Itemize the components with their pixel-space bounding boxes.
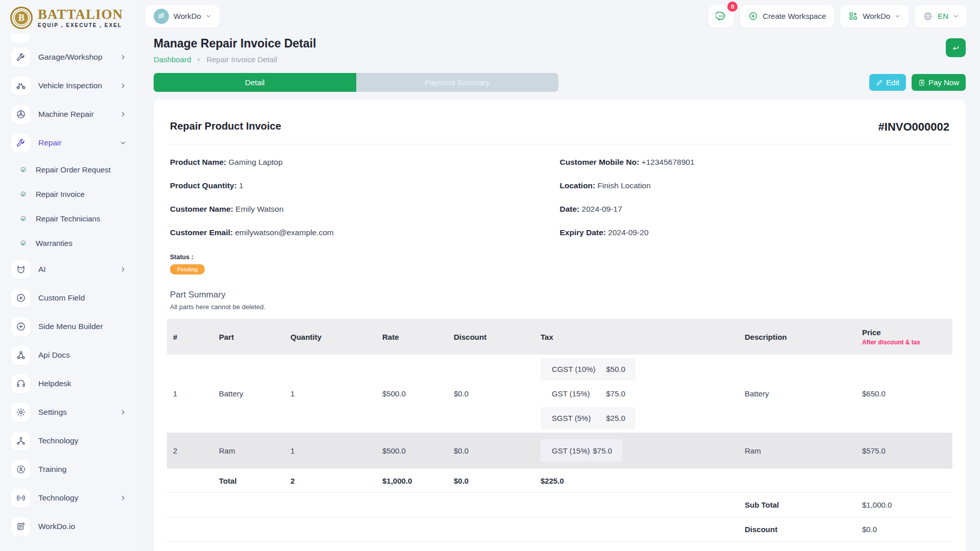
field-customer-email: Customer Email: emilywatson@example.com <box>170 228 560 237</box>
field-product-name: Product Name: Gaming Laptop <box>170 158 560 167</box>
breadcrumb: Dashboard Repair Invoice Detail <box>154 55 316 64</box>
headset-icon <box>11 374 30 393</box>
sidebar-item-side-menu-builder[interactable]: Side Menu Builder <box>0 312 139 341</box>
sidebar-item-label: Repair <box>38 138 120 147</box>
table-header-row: # Part Quantity Rate Discount Tax Descri… <box>167 319 952 355</box>
sidebar-item-technology[interactable]: Technology <box>0 427 139 455</box>
chevron-right-icon <box>120 83 126 89</box>
sidebar-item-helpdesk[interactable]: Helpdesk <box>0 369 139 398</box>
invoice-card-title: Repair Product Invoice <box>170 120 281 132</box>
chevron-down-icon <box>895 13 900 19</box>
tab-payment-summary[interactable]: Payment Summary <box>356 73 559 92</box>
messenger-badge: 0 <box>727 2 738 12</box>
chat-bubble-icon <box>716 11 727 22</box>
sidebar-item-repair-technicians[interactable]: Repair Technicians <box>0 206 139 231</box>
sidebar-item-repair-order-request[interactable]: Repair Order Request <box>0 157 139 182</box>
wrench-icon <box>11 134 30 153</box>
table-row: 2 Ram 1 $500.0 $0.0 GST (15%)$75.0 Ram $… <box>167 433 952 468</box>
branch-icon <box>11 432 30 450</box>
field-expiry-date: Expiry Date: 2024-09-20 <box>560 228 950 237</box>
motorcycle-icon <box>11 77 30 95</box>
sidebar-item-warranties[interactable]: Warranties <box>0 231 139 255</box>
workspace-selector[interactable]: WorkDo <box>145 5 219 28</box>
sidebar-item-repair[interactable]: Repair <box>0 129 139 157</box>
breadcrumb-dashboard-link[interactable]: Dashboard <box>154 55 191 64</box>
language-selector[interactable]: EN <box>915 5 967 28</box>
sidebar-item-custom-field[interactable]: Custom Field <box>0 284 139 312</box>
col-description: Description <box>739 333 856 341</box>
topbar: WorkDo 0 Create Workspace WorkDo EN <box>139 0 980 30</box>
scan-user-icon <box>11 460 30 479</box>
sidebar-item-label: Garage/Workshop <box>38 53 120 62</box>
invoice-card: Repair Product Invoice #INVO000002 Produ… <box>154 100 966 551</box>
sidebar-item-label: WorkDo.io <box>38 522 139 531</box>
create-workspace-button[interactable]: Create Workspace <box>740 5 834 28</box>
wrench-icon <box>11 48 30 67</box>
pencil-icon <box>876 79 883 86</box>
field-customer-mobile: Customer Mobile No: +12345678901 <box>560 158 950 167</box>
sidebar-item-technology-2[interactable]: Technology <box>0 484 139 512</box>
status-badge: Pending <box>170 264 205 274</box>
pay-now-button[interactable]: Pay Now <box>912 74 966 91</box>
page-title: Manage Repair Invoice Detail <box>154 37 316 51</box>
bullet-circle-icon <box>19 166 27 173</box>
edit-button[interactable]: Edit <box>869 74 906 91</box>
discount-row: Discount $0.0 <box>167 517 952 541</box>
create-workspace-label: Create Workspace <box>763 12 826 20</box>
invoice-dollar-icon <box>918 79 925 86</box>
brand-emblem-icon: B <box>10 7 33 29</box>
messenger-button[interactable]: 0 <box>708 5 734 28</box>
sidebar-item-machine-repair[interactable]: Machine Repair <box>0 100 139 129</box>
sidebar-item-label: Warranties <box>36 239 139 247</box>
return-arrow-icon <box>951 43 960 52</box>
building-icon <box>154 9 169 24</box>
sidebar-item-label: Settings <box>38 408 120 417</box>
part-summary-title: Part Summary <box>167 274 952 300</box>
invoice-number: #INVO000002 <box>878 120 949 134</box>
bullet-circle-icon <box>19 215 27 222</box>
plus-circle-icon <box>748 11 758 21</box>
invoice-fields: Product Name: Gaming Laptop Product Quan… <box>167 144 952 240</box>
brand-logo[interactable]: B BATTALION EQUIP , EXECUTE , EXEL <box>0 0 139 34</box>
language-label: EN <box>938 12 948 20</box>
sidebar-nav: Garage/Workshop Vehicle Inspection Machi… <box>0 43 139 541</box>
chevron-right-icon <box>120 495 126 501</box>
sidebar: B BATTALION EQUIP , EXECUTE , EXEL Garag… <box>0 0 139 551</box>
col-number: # <box>167 333 213 341</box>
table-row: 1 Battery 1 $500.0 $0.0 CGST (10%)$50.0 … <box>167 355 952 433</box>
edit-button-label: Edit <box>886 78 899 87</box>
api-nodes-icon <box>11 346 30 365</box>
tax-breakdown: CGST (10%)$50.0 GST (15%)$75.0 SGST (5%)… <box>541 358 739 430</box>
sidebar-item-workdo-io[interactable]: WorkDo.io <box>0 512 139 541</box>
breadcrumb-current: Repair Invoice Detail <box>206 55 277 64</box>
sidebar-item-training[interactable]: Training <box>0 455 139 484</box>
ai-cat-icon <box>11 260 30 279</box>
document-icon <box>11 517 30 536</box>
sidebar-item-garage-workshop[interactable]: Garage/Workshop <box>0 43 139 71</box>
sidebar-item-vehicle-inspection[interactable]: Vehicle Inspection <box>0 71 139 100</box>
tab-detail[interactable]: Detail <box>154 73 356 92</box>
sidebar-item-label: Helpdesk <box>38 379 139 388</box>
sidebar-item-settings[interactable]: Settings <box>0 398 139 427</box>
sidebar-item-label: Repair Technicians <box>36 214 139 223</box>
gear-icon <box>11 403 30 422</box>
workspace-menu[interactable]: WorkDo <box>840 5 909 28</box>
sidebar-item-label: Side Menu Builder <box>38 322 139 331</box>
tax-breakdown: GST (15%)$75.0 <box>541 439 622 462</box>
back-button[interactable] <box>946 38 966 57</box>
sidebar-item-ai[interactable]: AI <box>0 255 139 284</box>
chevron-right-icon <box>120 266 126 272</box>
chevron-down-icon <box>953 13 959 19</box>
status-label: Status : <box>170 254 949 261</box>
sidebar-item-partial <box>11 34 30 43</box>
col-part: Part <box>213 333 284 341</box>
part-summary-note: All parts here cannot be deleted. <box>167 300 952 317</box>
sidebar-item-repair-invoice[interactable]: Repair Invoice <box>0 182 139 206</box>
chevron-right-icon <box>120 409 126 415</box>
chevron-right-icon <box>196 57 201 62</box>
field-date: Date: 2024-09-17 <box>560 205 950 214</box>
sidebar-item-label: Vehicle Inspection <box>38 81 120 90</box>
col-price: Price After discount & tax <box>856 328 952 346</box>
chevron-right-icon <box>120 111 126 117</box>
sidebar-item-api-docs[interactable]: Api Docs <box>0 341 139 369</box>
